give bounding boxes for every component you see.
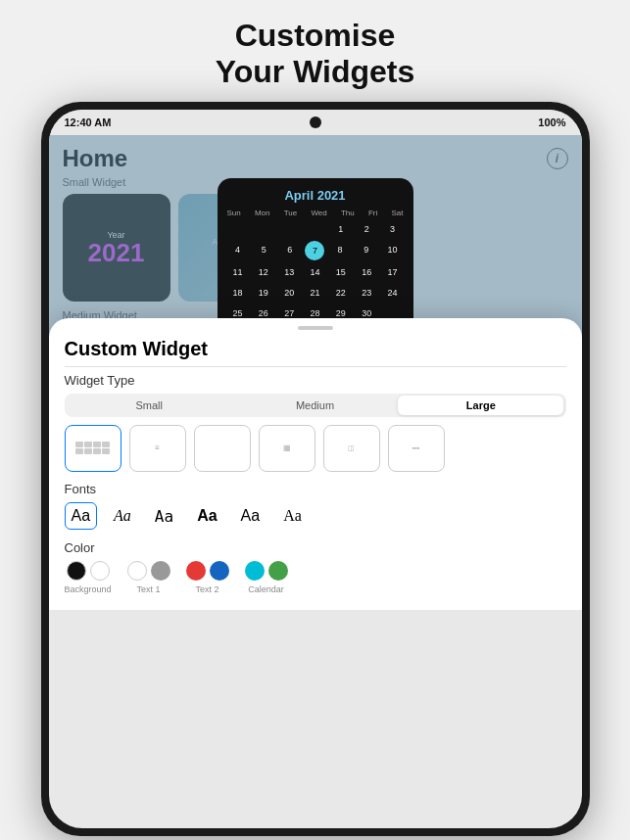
color-col-text1: Text 1	[127, 561, 170, 594]
font-option-5[interactable]: Aa	[234, 502, 267, 530]
type-tabs: Small Medium Large	[65, 394, 566, 417]
style-option-5[interactable]: ◫	[323, 425, 380, 472]
sheet-divider-1	[65, 366, 566, 367]
color-swatch-cal-green[interactable]	[268, 561, 288, 581]
ipad-screen: 12:40 AM 100% Home i Small Widget Year 2…	[49, 110, 582, 828]
calendar-grid: 1 2 3 4 5 6 7 8 9 10	[227, 220, 404, 322]
tab-large[interactable]: Large	[398, 396, 563, 415]
color-col-calendar: Calendar	[245, 561, 288, 594]
color-swatch-bg-light[interactable]	[90, 561, 110, 581]
sheet-title: Custom Widget	[65, 338, 566, 360]
color-col-cal-label: Calendar	[248, 584, 284, 594]
calendar-days-header: Sun Mon Tue Wed Thu Fri Sat	[227, 209, 404, 217]
calendar-modal: April 2021 Sun Mon Tue Wed Thu Fri Sat	[218, 178, 413, 332]
color-swatch-t1-gray[interactable]	[151, 561, 170, 581]
color-col-bg-label: Background	[65, 584, 112, 594]
font-options: Aa Aa Aa Aa Aa Aa	[65, 502, 566, 531]
color-label: Color	[65, 540, 566, 555]
style-option-3[interactable]	[194, 425, 251, 472]
style-option-4[interactable]: ▦	[259, 425, 315, 472]
color-swatch-t2-blue[interactable]	[210, 561, 229, 581]
style-option-6[interactable]: ▪▪▪	[388, 425, 445, 472]
tab-small[interactable]: Small	[67, 396, 232, 415]
status-battery: 100%	[538, 117, 565, 128]
bottom-sheet: Custom Widget Widget Type Small Medium L…	[49, 318, 582, 610]
color-swatch-t1-white[interactable]	[127, 561, 147, 581]
font-option-4[interactable]: Aa	[190, 502, 223, 530]
camera-notch-area	[310, 117, 321, 128]
color-swatch-cal-teal[interactable]	[245, 561, 265, 581]
color-col-t1-label: Text 1	[137, 584, 161, 594]
color-options: Background Text 1 Te	[65, 561, 566, 594]
color-col-background: Background	[65, 561, 112, 594]
color-swatch-bg-dark[interactable]	[67, 561, 86, 581]
status-time: 12:40 AM	[65, 117, 112, 128]
color-col-text2: Text 2	[186, 561, 229, 594]
font-option-3[interactable]: Aa	[148, 502, 180, 531]
app-content: Home i Small Widget Year 2021 April 2021…	[49, 135, 582, 610]
camera-notch	[310, 117, 321, 128]
page-title: Customise Your Widgets	[216, 18, 415, 90]
color-swatch-t2-red[interactable]	[186, 561, 206, 581]
style-options: ≡ ▦ ◫ ▪▪▪	[65, 425, 566, 472]
ipad-frame: 12:40 AM 100% Home i Small Widget Year 2…	[41, 102, 590, 836]
color-col-t2-label: Text 2	[196, 584, 219, 594]
tab-medium[interactable]: Medium	[232, 396, 398, 415]
style-option-1[interactable]	[65, 425, 121, 472]
fonts-label: Fonts	[65, 482, 566, 496]
font-option-1[interactable]: Aa	[65, 502, 98, 530]
calendar-title: April 2021	[227, 188, 404, 203]
sheet-handle	[298, 326, 333, 330]
style-option-2[interactable]: ≡	[129, 425, 186, 472]
widget-type-label: Widget Type	[65, 373, 566, 388]
font-option-6[interactable]: Aa	[276, 502, 309, 530]
font-option-2[interactable]: Aa	[107, 502, 138, 530]
status-bar: 12:40 AM 100%	[49, 110, 582, 135]
